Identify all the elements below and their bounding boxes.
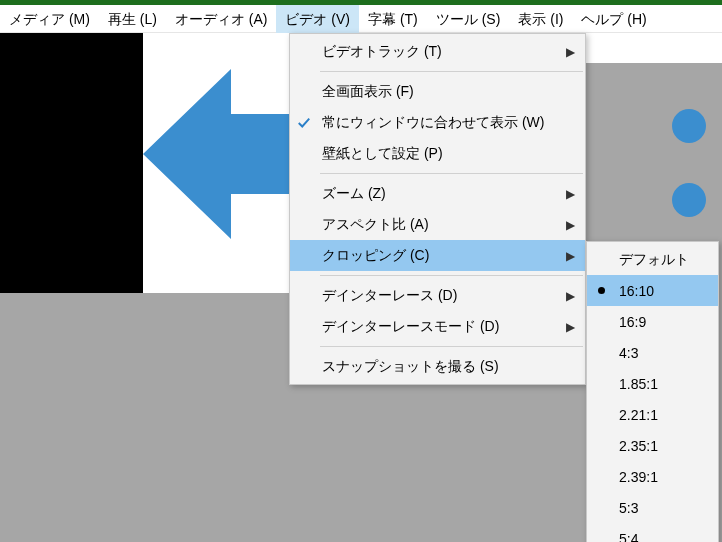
video-dot-icon [672, 183, 706, 217]
submenu-item[interactable]: 1.85:1 [587, 368, 718, 399]
menu-item-label: ビデオトラック (T) [318, 43, 557, 61]
menu-item[interactable]: 全画面表示 (F) [290, 76, 585, 107]
menu-separator [320, 173, 583, 174]
menu-item-label: デインターレースモード (D) [318, 318, 557, 336]
video-dot-icon [672, 109, 706, 143]
menubar-item-label: メディア (M) [9, 11, 90, 27]
submenu-item[interactable]: 4:3 [587, 337, 718, 368]
submenu-item-label: 2.35:1 [615, 438, 708, 454]
menubar-item[interactable]: 字幕 (T) [359, 5, 427, 33]
menubar-item-label: ツール (S) [436, 11, 501, 27]
submenu-arrow-icon: ▶ [557, 320, 575, 334]
submenu-item-label: 2.21:1 [615, 407, 708, 423]
menubar-item-label: オーディオ (A) [175, 11, 268, 27]
menubar-item[interactable]: メディア (M) [0, 5, 99, 33]
menu-item[interactable]: ズーム (Z)▶ [290, 178, 585, 209]
menubar-item[interactable]: ビデオ (V) [276, 5, 359, 33]
menubar-item-label: 字幕 (T) [368, 11, 418, 27]
submenu-item[interactable]: 5:4 [587, 523, 718, 542]
menu-item-label: デインターレース (D) [318, 287, 557, 305]
menubar-item-label: ビデオ (V) [285, 11, 350, 27]
submenu-item[interactable]: 16:10 [587, 275, 718, 306]
video-letterbox [0, 33, 143, 293]
menu-item[interactable]: デインターレースモード (D)▶ [290, 311, 585, 342]
menu-item-label: ズーム (Z) [318, 185, 557, 203]
menu-item-label: アスペクト比 (A) [318, 216, 557, 234]
menubar-item[interactable]: 再生 (L) [99, 5, 166, 33]
menu-item-label: 全画面表示 (F) [318, 83, 557, 101]
menu-item[interactable]: 壁紙として設定 (P) [290, 138, 585, 169]
submenu-arrow-icon: ▶ [557, 45, 575, 59]
submenu-item-label: 16:9 [615, 314, 708, 330]
menu-item-check-column [290, 116, 318, 130]
video-content [143, 33, 291, 293]
menubar-item-label: 表示 (I) [518, 11, 563, 27]
video-menu-popup: ビデオトラック (T)▶全画面表示 (F)常にウィンドウに合わせて表示 (W)壁… [289, 33, 586, 385]
submenu-arrow-icon: ▶ [557, 249, 575, 263]
menu-item[interactable]: ビデオトラック (T)▶ [290, 36, 585, 67]
submenu-item[interactable]: デフォルト [587, 244, 718, 275]
submenu-item[interactable]: 2.21:1 [587, 399, 718, 430]
submenu-arrow-icon: ▶ [557, 289, 575, 303]
submenu-item-label: 5:4 [615, 531, 708, 543]
submenu-item[interactable]: 5:3 [587, 492, 718, 523]
submenu-item-label: 16:10 [615, 283, 708, 299]
submenu-item-radio-column [587, 287, 615, 294]
menu-item-label: スナップショットを撮る (S) [318, 358, 557, 376]
menu-item[interactable]: デインターレース (D)▶ [290, 280, 585, 311]
submenu-item-label: 4:3 [615, 345, 708, 361]
submenu-arrow-icon: ▶ [557, 187, 575, 201]
menu-item[interactable]: アスペクト比 (A)▶ [290, 209, 585, 240]
menu-item[interactable]: クロッピング (C)▶ [290, 240, 585, 271]
cropping-submenu-popup: デフォルト16:1016:94:31.85:12.21:12.35:12.39:… [586, 241, 719, 542]
menubar-item[interactable]: 表示 (I) [509, 5, 572, 33]
submenu-item[interactable]: 2.39:1 [587, 461, 718, 492]
submenu-arrow-icon: ▶ [557, 218, 575, 232]
check-icon [297, 116, 311, 130]
menubar-item[interactable]: オーディオ (A) [166, 5, 277, 33]
submenu-item-label: 2.39:1 [615, 469, 708, 485]
submenu-item[interactable]: 16:9 [587, 306, 718, 337]
menu-item[interactable]: 常にウィンドウに合わせて表示 (W) [290, 107, 585, 138]
menu-item[interactable]: スナップショットを撮る (S) [290, 351, 585, 382]
menu-separator [320, 71, 583, 72]
menu-separator [320, 346, 583, 347]
video-content-right [580, 33, 722, 63]
submenu-item-label: デフォルト [615, 251, 708, 269]
menu-item-label: 壁紙として設定 (P) [318, 145, 557, 163]
menubar-item[interactable]: ツール (S) [427, 5, 510, 33]
menu-item-label: 常にウィンドウに合わせて表示 (W) [318, 114, 557, 132]
menubar-item-label: 再生 (L) [108, 11, 157, 27]
submenu-item[interactable]: 2.35:1 [587, 430, 718, 461]
submenu-item-label: 1.85:1 [615, 376, 708, 392]
menu-separator [320, 275, 583, 276]
submenu-item-label: 5:3 [615, 500, 708, 516]
menubar-item[interactable]: ヘルプ (H) [572, 5, 655, 33]
menubar-item-label: ヘルプ (H) [581, 11, 646, 27]
menu-item-label: クロッピング (C) [318, 247, 557, 265]
menubar: メディア (M)再生 (L)オーディオ (A)ビデオ (V)字幕 (T)ツール … [0, 5, 722, 33]
radio-dot-icon [598, 287, 605, 294]
